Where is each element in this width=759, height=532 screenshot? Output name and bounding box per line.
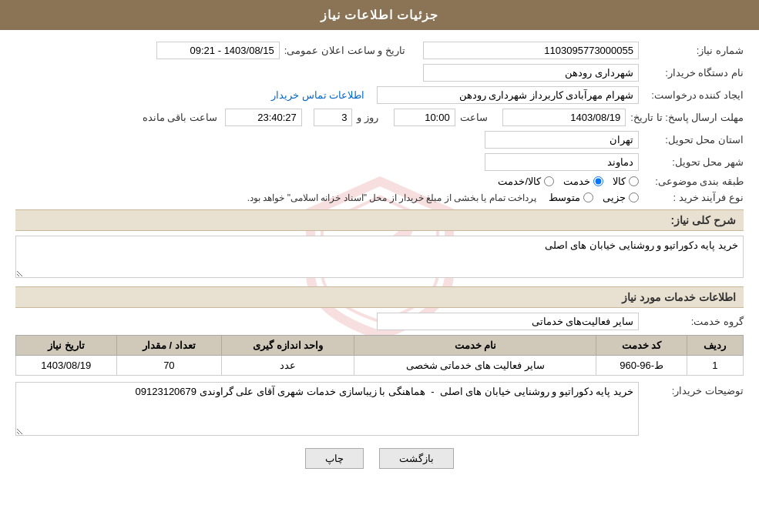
th-name: نام خدمت [354, 336, 596, 356]
category-radio-group: کالا خدمت کالا/خدمت [498, 176, 639, 187]
buyer-desc-label: توضیحات خریدار: [643, 382, 744, 396]
service-group-input[interactable] [377, 313, 639, 330]
services-table: ردیف کد خدمت نام خدمت واحد اندازه گیری ت… [15, 335, 744, 376]
creator-label: ایجاد کننده درخواست: [643, 89, 744, 101]
buttons-row: بازگشت چاپ [15, 448, 744, 469]
deadline-days-input[interactable] [314, 109, 352, 126]
back-button[interactable]: بازگشت [379, 448, 454, 469]
deadline-row: مهلت ارسال پاسخ: تا تاریخ: ساعت روز و سا… [15, 109, 744, 126]
type-jozii-radio[interactable] [629, 192, 639, 202]
contact-link[interactable]: اطلاعات تماس خریدار [271, 89, 364, 101]
buyer-desc-textarea[interactable] [15, 382, 639, 436]
category-kala-khedmat[interactable]: کالا/خدمت [498, 176, 554, 187]
category-label: طبقه بندی موضوعی: [643, 176, 744, 187]
category-kala[interactable]: کالا [613, 176, 639, 187]
purchase-type-label: نوع فرآیند خرید : [643, 192, 744, 203]
service-group-label: گروه خدمت: [643, 316, 744, 327]
deadline-days-label: روز و [357, 112, 378, 123]
need-desc-section-title: شرح کلی نیاز: [15, 209, 744, 231]
category-kala-radio[interactable] [629, 176, 639, 186]
org-row: نام دستگاه خریدار: [15, 64, 744, 82]
need-desc-textarea[interactable] [15, 236, 744, 278]
deadline-remaining-label: ساعت باقی مانده [143, 112, 217, 123]
need-number-row: شماره نیاز: تاریخ و ساعت اعلان عمومی: [15, 42, 744, 59]
category-khedmat[interactable]: خدمت [563, 176, 603, 187]
city-row: شهر محل تحویل: [15, 153, 744, 171]
service-group-row: گروه خدمت: [15, 313, 744, 330]
deadline-label: مهلت ارسال پاسخ: تا تاریخ: [630, 112, 744, 123]
th-unit: واحد اندازه گیری [222, 336, 354, 356]
deadline-time-input[interactable] [394, 109, 455, 126]
creator-input[interactable] [377, 86, 639, 104]
table-row: 1ط-96-960سایر فعالیت های خدماتی شخصیعدد7… [16, 356, 744, 376]
deadline-time-label: ساعت [460, 112, 488, 123]
th-qty: تعداد / مقدار [116, 336, 222, 356]
print-button[interactable]: چاپ [305, 448, 364, 469]
purchase-type-row: نوع فرآیند خرید : جزیی متوسط پرداخت تمام… [15, 192, 744, 203]
org-label: نام دستگاه خریدار: [643, 67, 744, 79]
type-jozii[interactable]: جزیی [603, 192, 639, 203]
category-khedmat-radio[interactable] [593, 176, 603, 186]
need-number-input[interactable] [423, 42, 639, 59]
type-motavasset[interactable]: متوسط [549, 192, 593, 203]
page-container: جزئیات اطلاعات نیاز شماره نیاز: تاریخ و … [0, 0, 759, 532]
type-motavasset-radio[interactable] [583, 192, 593, 202]
services-section-title: اطلاعات خدمات مورد نیاز [15, 286, 744, 308]
city-input[interactable] [485, 153, 639, 171]
need-desc-row [15, 236, 744, 280]
th-date: تاریخ نیاز [16, 336, 117, 356]
purchase-type-radio-group: جزیی متوسط [549, 192, 639, 203]
need-number-label: شماره نیاز: [643, 45, 744, 56]
city-label: شهر محل تحویل: [643, 156, 744, 168]
page-header: جزئیات اطلاعات نیاز [0, 0, 759, 30]
table-header-row: ردیف کد خدمت نام خدمت واحد اندازه گیری ت… [16, 336, 744, 356]
th-code: کد خدمت [596, 336, 687, 356]
buyer-desc-row: توضیحات خریدار: [15, 382, 744, 436]
category-row: طبقه بندی موضوعی: کالا خدمت کالا/خدمت [15, 176, 744, 187]
province-row: استان محل تحویل: [15, 131, 744, 149]
announce-label: تاریخ و ساعت اعلان عمومی: [284, 45, 405, 56]
deadline-date-input[interactable] [502, 109, 626, 126]
category-kalakhedmat-radio[interactable] [544, 176, 554, 186]
creator-row: ایجاد کننده درخواست: اطلاعات تماس خریدار [15, 86, 744, 104]
page-title: جزئیات اطلاعات نیاز [321, 8, 439, 22]
announce-input[interactable] [156, 42, 280, 59]
form-content: شماره نیاز: تاریخ و ساعت اعلان عمومی: نا… [15, 42, 744, 469]
org-input[interactable] [423, 64, 639, 82]
province-label: استان محل تحویل: [643, 134, 744, 146]
purchase-type-note: پرداخت تمام یا بخشی از مبلغ خریدار از مح… [247, 192, 536, 203]
th-row: ردیف [687, 336, 743, 356]
content-area: شماره نیاز: تاریخ و ساعت اعلان عمومی: نا… [0, 30, 759, 488]
deadline-remaining-input[interactable] [225, 109, 302, 126]
province-input[interactable] [485, 131, 639, 149]
